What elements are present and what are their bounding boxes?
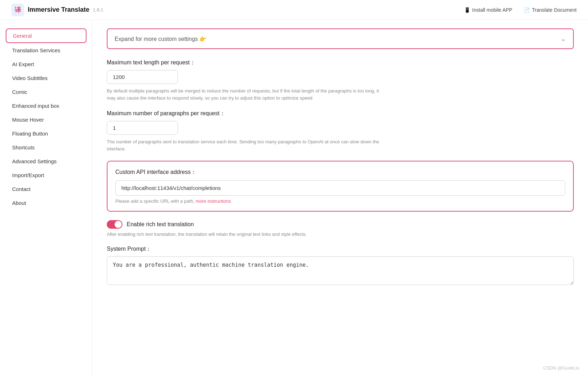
sidebar-item-contact[interactable]: Contact <box>6 182 86 196</box>
expand-label: Expand for more custom settings 👉 <box>115 36 206 42</box>
sidebar-item-floating-button[interactable]: Floating Button <box>6 127 86 140</box>
sidebar-item-about[interactable]: About <box>6 196 86 209</box>
sidebar-item-shortcuts[interactable]: Shortcuts <box>6 141 86 154</box>
custom-api-input[interactable] <box>115 180 565 196</box>
custom-api-section: Custom API interface address： Please add… <box>107 161 574 212</box>
sidebar-item-advanced-settings[interactable]: Advanced Settings <box>6 155 86 168</box>
translate-document-button[interactable]: 📄 Translate Document <box>524 7 577 13</box>
enable-rich-text-helper: After enabling rich text translation, th… <box>107 232 384 237</box>
enable-rich-text-toggle[interactable] <box>107 220 122 229</box>
watermark: CSDN @GuokLiu <box>543 365 579 371</box>
max-paragraphs-input[interactable] <box>107 121 178 135</box>
custom-api-label: Custom API interface address： <box>115 169 565 176</box>
mobile-icon: 📱 <box>464 7 470 13</box>
custom-api-helper: Please add a specific URL with a path, m… <box>115 198 565 204</box>
sidebar-item-enhanced-input-box[interactable]: Enhanced input box <box>6 99 86 112</box>
sidebar-item-general[interactable]: General <box>6 28 86 43</box>
max-paragraphs-helper: The number of paragraphs sent to transla… <box>107 138 384 152</box>
system-prompt-textarea[interactable]: You are a professional, authentic machin… <box>107 256 574 285</box>
system-prompt-label: System Prompt： <box>107 245 574 253</box>
header-right: 📱 Install mobile APP 📄 Translate Documen… <box>464 7 577 13</box>
sidebar-item-import-export[interactable]: Import/Export <box>6 169 86 182</box>
app-logo: 译 <box>11 4 24 16</box>
max-text-length-helper: By default multiple paragraphs will be m… <box>107 87 384 101</box>
app-title: Immersive Translate <box>28 6 89 14</box>
document-icon: 📄 <box>524 7 530 13</box>
enable-rich-text-row: Enable rich text translation <box>107 220 574 229</box>
header-left: 译 Immersive Translate 1.8.1 <box>11 4 103 16</box>
sidebar-item-video-subtitles[interactable]: Video Subtitles <box>6 71 86 85</box>
expand-custom-settings-button[interactable]: Expand for more custom settings 👉 ⌄ <box>107 28 574 49</box>
sidebar-item-comic[interactable]: Comic <box>6 85 86 99</box>
main-layout: General Translation Services AI Expert V… <box>0 20 588 377</box>
install-mobile-app-button[interactable]: 📱 Install mobile APP <box>464 7 513 13</box>
sidebar-item-mouse-hover[interactable]: Mouse Hover <box>6 113 86 126</box>
sidebar-item-ai-expert[interactable]: AI Expert <box>6 58 86 71</box>
max-text-length-input[interactable] <box>107 70 178 84</box>
sidebar-item-translation-services[interactable]: Translation Services <box>6 44 86 57</box>
max-paragraphs-label: Maximum number of paragraphs per request… <box>107 110 574 117</box>
more-instructions-link[interactable]: more instructions <box>196 198 231 204</box>
chevron-down-icon: ⌄ <box>561 35 566 43</box>
app-version: 1.8.1 <box>93 7 103 12</box>
app-header: 译 Immersive Translate 1.8.1 📱 Install mo… <box>0 0 588 20</box>
max-text-length-label: Maximum text length per request： <box>107 59 574 67</box>
enable-rich-text-label: Enable rich text translation <box>127 221 194 228</box>
sidebar: General Translation Services AI Expert V… <box>0 20 93 377</box>
main-content: Expand for more custom settings 👉 ⌄ Maxi… <box>93 20 588 377</box>
